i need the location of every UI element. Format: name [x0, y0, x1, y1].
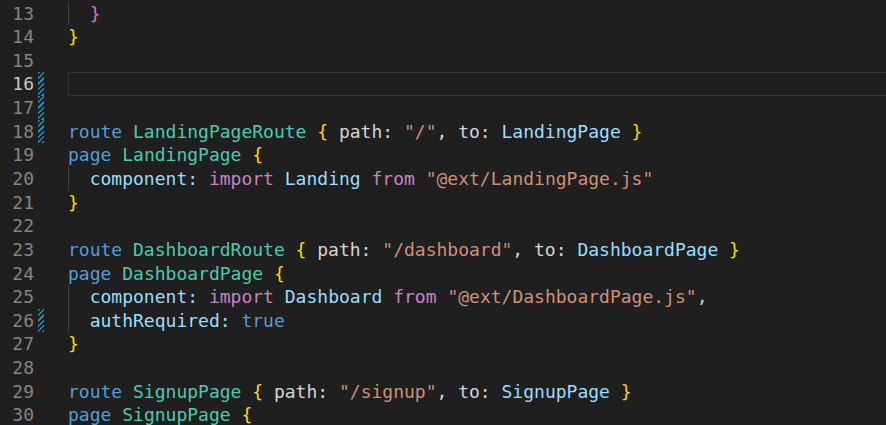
code-line-row[interactable]: 22	[0, 214, 886, 238]
token: from	[393, 286, 436, 307]
token	[382, 286, 393, 307]
code-line-row[interactable]: 25 component: import Dashboard from "@ex…	[0, 285, 886, 309]
modified-indicator	[38, 167, 44, 191]
code-line[interactable]: authRequired: true	[68, 309, 886, 333]
code-line-row[interactable]: 16	[0, 72, 886, 96]
code-line-row[interactable]: 27 }	[0, 332, 886, 356]
token	[198, 286, 209, 307]
token: "@ext/LandingPage.js"	[426, 168, 654, 189]
token: {	[296, 239, 307, 260]
token: LandingPageRoute	[133, 121, 306, 142]
code-editor[interactable]: 13 } 14 } 15 16 17 18 route L	[0, 0, 886, 425]
line-number[interactable]: 17	[0, 96, 34, 120]
token: import	[209, 286, 274, 307]
code-line[interactable]	[68, 356, 886, 380]
code-line-row[interactable]: 30 page SignupPage {	[0, 403, 886, 425]
line-number[interactable]: 28	[0, 356, 34, 380]
token: {	[317, 121, 328, 142]
line-number[interactable]: 24	[0, 262, 34, 286]
indent-guide	[68, 285, 69, 309]
code-line-row[interactable]: 24 page DashboardPage {	[0, 262, 886, 286]
code-line-row[interactable]: 29 route SignupPage { path: "/signup", t…	[0, 380, 886, 404]
code-line-row[interactable]: 28	[0, 356, 886, 380]
indent-guide	[68, 309, 69, 333]
gutter: 20	[0, 167, 68, 191]
code-line-row[interactable]: 23 route DashboardRoute { path: "/dashbo…	[0, 238, 886, 262]
line-number[interactable]: 13	[0, 2, 34, 26]
line-number[interactable]: 14	[0, 25, 34, 49]
modified-indicator	[38, 262, 44, 286]
code-line[interactable]: route SignupPage { path: "/signup", to: …	[68, 380, 886, 404]
token: path:	[328, 121, 404, 142]
token	[122, 121, 133, 142]
modified-indicator	[38, 332, 44, 356]
code-line[interactable]: }	[68, 332, 886, 356]
token	[111, 144, 122, 165]
code-line-row[interactable]: 14 }	[0, 25, 886, 49]
code-line[interactable]	[68, 49, 886, 73]
gutter: 30	[0, 403, 68, 425]
line-number[interactable]: 25	[0, 285, 34, 309]
code-line[interactable]: page DashboardPage {	[68, 262, 886, 286]
token: SignupPage	[133, 381, 241, 402]
code-line[interactable]	[68, 72, 886, 96]
token	[610, 381, 621, 402]
token	[68, 286, 90, 307]
code-line-row[interactable]: 18 route LandingPageRoute { path: "/", t…	[0, 120, 886, 144]
gutter: 23	[0, 238, 68, 262]
modified-indicator	[38, 309, 44, 333]
code-line[interactable]: component: import Landing from "@ext/Lan…	[68, 167, 886, 191]
line-number[interactable]: 19	[0, 143, 34, 167]
modified-indicator	[38, 191, 44, 215]
token: {	[252, 381, 263, 402]
token: DashboardRoute	[133, 239, 285, 260]
line-number[interactable]: 18	[0, 120, 34, 144]
line-number[interactable]: 22	[0, 214, 34, 238]
token	[68, 3, 90, 24]
token: ,	[697, 286, 708, 307]
code-line-row[interactable]: 20 component: import Landing from "@ext/…	[0, 167, 886, 191]
code-line[interactable]: page SignupPage {	[68, 403, 886, 425]
line-number[interactable]: 16	[0, 72, 34, 96]
token	[306, 121, 317, 142]
token: route	[68, 239, 122, 260]
token	[415, 168, 426, 189]
gutter: 15	[0, 49, 68, 73]
code-line[interactable]: }	[68, 191, 886, 215]
gutter: 16	[0, 72, 68, 96]
code-line[interactable]	[68, 96, 886, 120]
token: page	[68, 263, 111, 284]
line-number[interactable]: 29	[0, 380, 34, 404]
code-line-row[interactable]: 19 page LandingPage {	[0, 143, 886, 167]
code-line[interactable]: component: import Dashboard from "@ext/D…	[68, 285, 886, 309]
modified-indicator	[38, 380, 44, 404]
indent-guide	[68, 2, 69, 26]
line-number[interactable]: 21	[0, 191, 34, 215]
token: route	[68, 381, 122, 402]
code-line-row[interactable]: 17	[0, 96, 886, 120]
gutter: 29	[0, 380, 68, 404]
token: from	[371, 168, 414, 189]
code-line-row[interactable]: 13 }	[0, 2, 886, 26]
code-line[interactable]: route DashboardRoute { path: "/dashboard…	[68, 238, 886, 262]
code-line[interactable]: page LandingPage {	[68, 143, 886, 167]
line-number[interactable]: 30	[0, 403, 34, 425]
line-number[interactable]: 15	[0, 49, 34, 73]
token: DashboardPage	[122, 263, 263, 284]
line-number[interactable]: 26	[0, 309, 34, 333]
token: , to:	[437, 381, 502, 402]
modified-indicator	[38, 49, 44, 73]
code-line-row[interactable]: 15	[0, 49, 886, 73]
code-line[interactable]: }	[68, 2, 886, 26]
code-line[interactable]: route LandingPageRoute { path: "/", to: …	[68, 120, 886, 144]
code-line-row[interactable]: 21 }	[0, 191, 886, 215]
token: route	[68, 121, 122, 142]
line-number[interactable]: 27	[0, 332, 34, 356]
code-line[interactable]	[68, 214, 886, 238]
code-line[interactable]: }	[68, 25, 886, 49]
token	[231, 310, 242, 331]
code-line-row[interactable]: 26 authRequired: true	[0, 309, 886, 333]
token: component:	[90, 286, 198, 307]
line-number[interactable]: 20	[0, 167, 34, 191]
line-number[interactable]: 23	[0, 238, 34, 262]
